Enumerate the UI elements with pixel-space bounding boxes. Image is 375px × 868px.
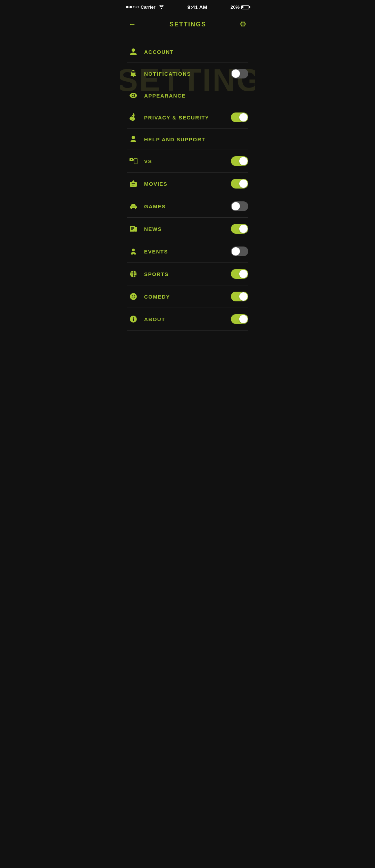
status-time: 9:41 AM: [188, 4, 207, 10]
eye-icon: [127, 91, 140, 100]
page-title: SETTINGS: [169, 21, 206, 28]
settings-item-comedy[interactable]: COMEDY: [127, 285, 248, 308]
vs-label: VS: [144, 158, 231, 164]
settings-item-about[interactable]: ABOUT: [127, 308, 248, 331]
person-icon: [127, 48, 140, 56]
appearance-label: APPEARANCE: [144, 93, 248, 99]
svg-point-5: [131, 159, 132, 160]
account-label: ACCOUNT: [144, 49, 248, 55]
car-icon: [127, 202, 140, 210]
svg-point-19: [133, 318, 134, 318]
svg-point-17: [134, 295, 135, 297]
games-toggle[interactable]: [231, 201, 248, 211]
battery-icon: [241, 5, 249, 9]
settings-item-news[interactable]: NEWS: [127, 218, 248, 240]
signal-dot-2: [130, 6, 132, 8]
svg-point-16: [132, 295, 133, 297]
vs-toggle[interactable]: [231, 156, 248, 166]
settings-item-help[interactable]: HELP AND SUPPORT: [127, 129, 248, 150]
signal-dot-1: [126, 6, 128, 8]
about-label: ABOUT: [144, 316, 231, 322]
vs-icon: [127, 157, 140, 165]
events-label: EVENTS: [144, 249, 231, 254]
news-toggle[interactable]: [231, 224, 248, 234]
svg-rect-4: [134, 158, 137, 164]
settings-item-account[interactable]: ACCOUNT: [127, 41, 248, 62]
svg-point-13: [132, 249, 135, 251]
info-icon: [127, 315, 140, 323]
tv-icon: [127, 180, 140, 188]
news-label: NEWS: [144, 226, 231, 232]
settings-item-games[interactable]: GAMES: [127, 195, 248, 218]
comedy-toggle[interactable]: [231, 292, 248, 301]
svg-point-10: [135, 208, 136, 209]
back-button[interactable]: ←: [127, 18, 138, 31]
notifications-label: NOTIFICATIONS: [144, 71, 231, 77]
battery-percentage: 20%: [231, 5, 240, 10]
privacy-label: PRIVACY & SECURITY: [144, 115, 231, 120]
signal-indicator: [126, 6, 139, 8]
about-toggle[interactable]: [231, 314, 248, 324]
status-left: Carrier: [126, 5, 164, 10]
movies-toggle[interactable]: [231, 179, 248, 189]
settings-item-appearance[interactable]: APPEARANCE: [127, 85, 248, 106]
sports-icon: [127, 270, 140, 278]
settings-item-privacy[interactable]: PRIVACY & SECURITY: [127, 106, 248, 129]
gear-button[interactable]: ⚙: [238, 18, 248, 31]
svg-rect-11: [130, 226, 135, 232]
notifications-gear-icon: [127, 69, 140, 78]
settings-item-events[interactable]: EVENTS: [127, 240, 248, 263]
signal-dot-3: [133, 6, 135, 8]
key-icon: [127, 113, 140, 122]
status-right: 20%: [231, 5, 249, 10]
settings-list: ACCOUNT NOTIFICATIONS APPEARANCE: [120, 41, 255, 331]
helpdesk-icon: [127, 135, 140, 143]
news-icon: [127, 225, 140, 233]
comedy-icon: [127, 292, 140, 301]
carrier-label: Carrier: [141, 5, 156, 10]
wifi-icon: [159, 5, 164, 10]
comedy-label: COMEDY: [144, 294, 231, 300]
movies-label: MOVIES: [144, 181, 231, 187]
events-toggle[interactable]: [231, 247, 248, 256]
sports-toggle[interactable]: [231, 269, 248, 279]
help-label: HELP AND SUPPORT: [144, 136, 248, 142]
sports-label: SPORTS: [144, 271, 231, 277]
svg-point-15: [130, 293, 137, 300]
settings-item-movies[interactable]: MOVIES: [127, 173, 248, 195]
svg-rect-6: [130, 182, 137, 187]
privacy-toggle[interactable]: [231, 112, 248, 122]
settings-item-notifications[interactable]: NOTIFICATIONS: [127, 62, 248, 85]
settings-item-sports[interactable]: SPORTS: [127, 263, 248, 285]
svg-point-7: [133, 181, 134, 181]
settings-item-vs[interactable]: VS: [127, 150, 248, 173]
svg-rect-12: [135, 227, 137, 232]
signal-dot-4: [136, 6, 139, 8]
status-bar: Carrier 9:41 AM 20%: [120, 0, 255, 13]
events-icon: [127, 247, 140, 256]
notifications-toggle[interactable]: [231, 69, 248, 78]
svg-point-9: [131, 208, 132, 209]
games-label: GAMES: [144, 203, 231, 209]
header: ← SETTINGS ⚙: [120, 13, 255, 34]
